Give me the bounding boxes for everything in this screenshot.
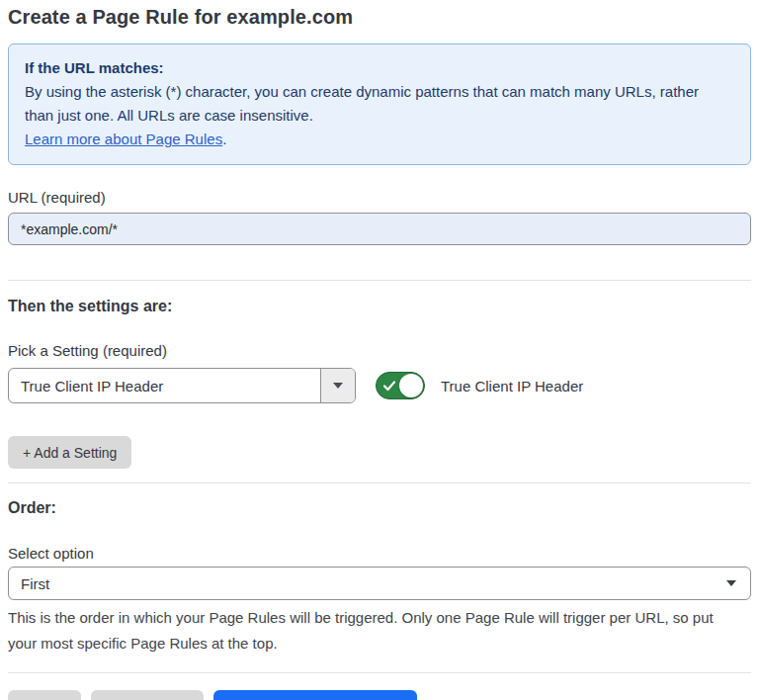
url-match-info-box: If the URL matches: By using the asteris… <box>8 44 751 165</box>
info-link-line: Learn more about Page Rules. <box>25 128 734 151</box>
setting-select-arrow-segment[interactable] <box>320 369 355 402</box>
info-box-body: By using the asterisk (*) character, you… <box>25 80 717 128</box>
link-period: . <box>222 131 226 147</box>
order-select-arrow <box>713 568 750 599</box>
learn-more-link[interactable]: Learn more about Page Rules <box>25 131 222 147</box>
chevron-down-icon <box>333 383 343 389</box>
chevron-down-icon <box>726 580 736 586</box>
create-page-rule-form: Create a Page Rule for example.com If th… <box>0 0 760 700</box>
url-input[interactable] <box>8 213 751 245</box>
order-select-value: First <box>9 568 713 599</box>
order-select[interactable]: First <box>8 567 751 600</box>
save-as-draft-button[interactable]: Save as Draft <box>91 690 205 700</box>
setting-select[interactable]: True Client IP Header <box>8 368 356 403</box>
check-icon <box>382 379 396 393</box>
order-help-text: This is the order in which your Page Rul… <box>8 605 744 656</box>
add-setting-button[interactable]: + Add a Setting <box>8 436 131 469</box>
setting-toggle[interactable] <box>376 372 425 399</box>
divider <box>8 280 751 281</box>
save-and-deploy-button[interactable]: Save and Deploy Page Rule <box>213 690 417 700</box>
info-box-heading: If the URL matches: <box>25 56 734 80</box>
toggle-knob[interactable] <box>399 374 423 397</box>
setting-picker-label: Pick a Setting (required) <box>8 342 751 359</box>
page-title: Create a Page Rule for example.com <box>8 6 751 29</box>
setting-select-value: True Client IP Header <box>9 369 320 402</box>
setting-toggle-label: True Client IP Header <box>441 378 583 394</box>
footer-button-row: Cancel Save as Draft Save and Deploy Pag… <box>8 690 751 700</box>
setting-row: True Client IP Header True Client IP Hea… <box>8 368 751 403</box>
settings-section-heading: Then the settings are: <box>8 298 751 315</box>
url-field-label: URL (required) <box>8 189 751 206</box>
cancel-button[interactable]: Cancel <box>8 690 81 700</box>
divider <box>8 672 751 673</box>
setting-toggle-group: True Client IP Header <box>376 372 583 399</box>
order-select-label: Select option <box>8 545 751 562</box>
order-section-heading: Order: <box>8 499 751 517</box>
divider <box>8 482 751 483</box>
